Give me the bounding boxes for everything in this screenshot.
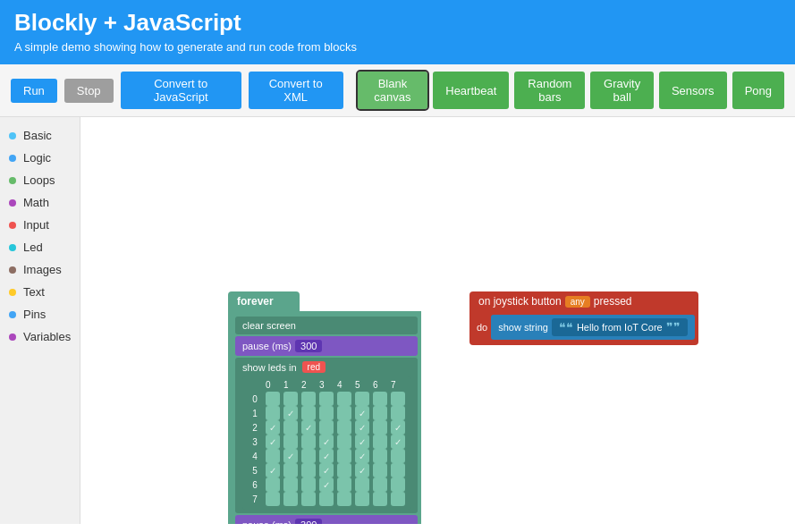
show-leds-header: show leds in red (242, 361, 410, 373)
demo-gravity-ball[interactable]: Gravity ball (590, 72, 654, 109)
sidebar-item-loops[interactable]: Loops (0, 169, 80, 191)
led-6-5[interactable] (355, 477, 369, 492)
sidebar-item-led[interactable]: Led (0, 236, 80, 258)
sidebar-item-basic[interactable]: Basic (0, 124, 80, 147)
led-7-5[interactable] (355, 492, 369, 506)
convert-xml-button[interactable]: Convert to XML (249, 72, 343, 109)
led-7-6[interactable] (373, 492, 387, 506)
led-1-4[interactable] (337, 406, 351, 420)
led-0-1[interactable] (283, 392, 298, 406)
led-2-4[interactable] (337, 420, 351, 435)
led-7-4[interactable] (337, 492, 351, 506)
run-button[interactable]: Run (11, 79, 57, 103)
forever-block[interactable]: forever clear screen pause (ms) 300 show… (228, 291, 421, 524)
led-7-3[interactable] (319, 492, 334, 506)
joystick-block[interactable]: on joystick button any pressed do show s… (469, 291, 698, 345)
led-2-2[interactable] (301, 420, 316, 435)
led-1-7[interactable] (391, 406, 405, 420)
sidebar-item-logic[interactable]: Logic (0, 147, 80, 169)
led-3-4[interactable] (337, 435, 351, 449)
led-0-4[interactable] (337, 392, 351, 406)
led-6-4[interactable] (337, 477, 351, 492)
led-6-3[interactable] (319, 477, 334, 492)
pause-block-1[interactable]: pause (ms) 300 (235, 336, 418, 356)
sidebar-item-input[interactable]: Input (0, 214, 80, 236)
show-leds-block[interactable]: show leds in red 01234567 0 (235, 358, 418, 513)
led-3-3[interactable] (319, 435, 334, 449)
sidebar-item-text[interactable]: Text (0, 281, 80, 303)
convert-js-button[interactable]: Convert to JavaScript (121, 72, 241, 109)
led-5-2[interactable] (301, 463, 316, 477)
pause-block-2[interactable]: pause (ms) 300 (235, 515, 418, 524)
demo-blank-canvas[interactable]: Blank canvas (358, 72, 428, 109)
led-7-0[interactable] (266, 492, 280, 506)
led-3-1[interactable] (283, 435, 298, 449)
led-4-0[interactable] (266, 449, 280, 463)
demo-heartbeat[interactable]: Heartbeat (433, 72, 509, 109)
led-1-6[interactable] (373, 406, 387, 420)
led-6-7[interactable] (391, 477, 405, 492)
led-7-2[interactable] (301, 492, 316, 506)
led-0-2[interactable] (301, 392, 316, 406)
led-0-7[interactable] (391, 392, 405, 406)
led-4-2[interactable] (301, 449, 316, 463)
pause-value-1[interactable]: 300 (295, 340, 322, 352)
led-4-5[interactable] (355, 449, 369, 463)
led-2-7[interactable] (391, 420, 405, 435)
sidebar-item-pins[interactable]: Pins (0, 303, 80, 325)
led-0-6[interactable] (373, 392, 387, 406)
led-3-5[interactable] (355, 435, 369, 449)
led-1-0[interactable] (266, 406, 280, 420)
led-5-5[interactable] (355, 463, 369, 477)
demo-random-bars[interactable]: Random bars (514, 72, 585, 109)
led-7-7[interactable] (391, 492, 405, 506)
led-5-1[interactable] (283, 463, 298, 477)
string-text: Hello from IoT Core (577, 322, 663, 333)
led-2-1[interactable] (283, 420, 298, 435)
stop-button[interactable]: Stop (64, 79, 114, 103)
led-4-6[interactable] (373, 449, 387, 463)
led-6-0[interactable] (266, 477, 280, 492)
led-5-4[interactable] (337, 463, 351, 477)
sidebar-item-math[interactable]: Math (0, 191, 80, 214)
led-6-6[interactable] (373, 477, 387, 492)
led-1-5[interactable] (355, 406, 369, 420)
demo-sensors[interactable]: Sensors (659, 72, 727, 109)
led-5-7[interactable] (391, 463, 405, 477)
show-string-label: show string (498, 322, 548, 333)
led-1-1[interactable] (283, 406, 298, 420)
led-4-4[interactable] (337, 449, 351, 463)
pause-value-2[interactable]: 300 (295, 519, 322, 524)
led-6-1[interactable] (283, 477, 298, 492)
any-badge[interactable]: any (565, 296, 590, 308)
led-1-3[interactable] (319, 406, 334, 420)
led-0-5[interactable] (355, 392, 369, 406)
led-0-0[interactable] (266, 392, 280, 406)
led-5-0[interactable] (266, 463, 280, 477)
led-5-6[interactable] (373, 463, 387, 477)
led-2-6[interactable] (373, 420, 387, 435)
sidebar-item-label: Pins (23, 308, 46, 321)
led-6-2[interactable] (301, 477, 316, 492)
led-3-0[interactable] (266, 435, 280, 449)
clear-screen-block[interactable]: clear screen (235, 317, 418, 334)
led-5-3[interactable] (319, 463, 334, 477)
led-2-0[interactable] (266, 420, 280, 435)
led-3-6[interactable] (373, 435, 387, 449)
led-4-3[interactable] (319, 449, 334, 463)
led-1-2[interactable] (301, 406, 316, 420)
led-3-7[interactable] (391, 435, 405, 449)
led-3-2[interactable] (301, 435, 316, 449)
demo-pong[interactable]: Pong (732, 72, 784, 109)
show-string-block[interactable]: show string ❝❝ Hello from IoT Core ❞❞ (491, 315, 694, 340)
led-2-3[interactable] (319, 420, 334, 435)
sidebar-item-variables[interactable]: Variables (0, 325, 80, 348)
led-0-3[interactable] (319, 392, 334, 406)
led-color-badge[interactable]: red (302, 361, 326, 373)
sidebar-item-images[interactable]: Images (0, 258, 80, 281)
led-7-1[interactable] (283, 492, 298, 506)
led-2-5[interactable] (355, 420, 369, 435)
led-4-7[interactable] (391, 449, 405, 463)
blockly-canvas[interactable]: forever clear screen pause (ms) 300 show… (80, 117, 795, 524)
led-4-1[interactable] (283, 449, 298, 463)
